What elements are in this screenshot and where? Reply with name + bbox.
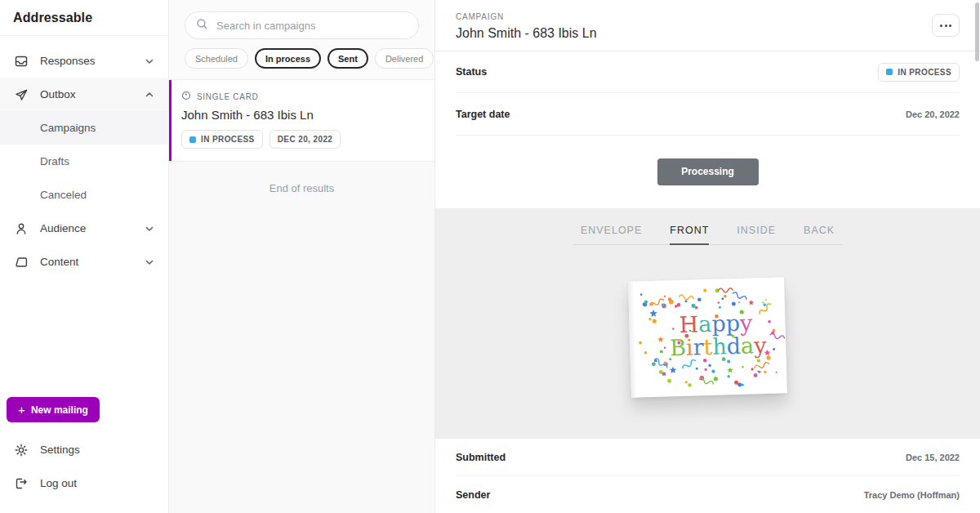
page-title: John Smith - 683 Ibis Ln	[456, 26, 597, 41]
preview-tabs: ENVELOPE FRONT INSIDE BACK	[573, 225, 843, 245]
sidebar-item-label: Outbox	[40, 88, 76, 100]
date-badge: DEC 20, 2022	[270, 130, 341, 149]
status-label: Status	[456, 66, 487, 78]
submitted-label: Submitted	[456, 452, 506, 463]
logout-icon	[14, 476, 29, 491]
svg-text:Birthday: Birthday	[670, 332, 768, 360]
detail-header: CAMPAIGN John Smith - 683 Ibis Ln	[435, 0, 980, 51]
target-date-row: Target date Dec 20, 2022	[435, 93, 980, 134]
detail-eyebrow: CAMPAIGN	[456, 12, 597, 21]
gear-icon	[14, 443, 29, 457]
sidebar-item-label: Responses	[40, 55, 96, 67]
tab-envelope[interactable]: ENVELOPE	[581, 225, 642, 245]
campaign-type-label: SINGLE CARD	[197, 92, 259, 101]
filter-chip-sent[interactable]: Sent	[327, 48, 368, 69]
campaigns-list-panel: Scheduled In process Sent Delivered SING…	[169, 0, 435, 513]
target-date-label: Target date	[456, 109, 510, 120]
scrollbar-thumb[interactable]	[975, 2, 979, 61]
confetti-artwork: Happy Birthday	[628, 277, 787, 397]
search-input[interactable]	[216, 20, 408, 32]
filter-chip-delivered[interactable]: Delivered	[375, 48, 434, 69]
new-mailing-button[interactable]: + New mailing	[7, 397, 100, 422]
sidebar-item-label: Campaigns	[40, 122, 96, 134]
status-badge: IN PROCESS	[878, 63, 960, 82]
tab-front[interactable]: FRONT	[670, 225, 709, 245]
sidebar-item-content[interactable]: Content	[0, 245, 168, 279]
campaign-type: SINGLE CARD	[181, 91, 420, 102]
sidebar-item-outbox[interactable]: Outbox	[0, 78, 168, 111]
settings-button[interactable]: Settings	[0, 433, 168, 466]
sidebar-item-label: Drafts	[40, 155, 69, 167]
more-menu-button[interactable]	[932, 14, 960, 37]
filter-chip-in-process[interactable]: In process	[255, 48, 321, 69]
settings-label: Settings	[40, 444, 80, 456]
plus-icon: +	[18, 404, 25, 416]
submitted-value: Dec 15, 2022	[906, 453, 960, 462]
tab-inside[interactable]: INSIDE	[737, 225, 776, 245]
filter-chip-scheduled[interactable]: Scheduled	[185, 48, 248, 69]
more-dots-icon	[940, 25, 942, 27]
chevron-up-icon	[145, 90, 154, 100]
target-date-value: Dec 20, 2022	[906, 109, 960, 119]
sidebar: Addressable Responses Outbox	[0, 0, 169, 513]
sidebar-item-responses[interactable]: Responses	[0, 44, 168, 78]
selected-accent-bar	[169, 80, 172, 161]
chevron-down-icon	[145, 224, 154, 234]
status-dot-icon	[886, 69, 893, 75]
single-card-icon	[181, 91, 191, 102]
processing-area: Processing	[435, 136, 980, 208]
campaign-title: John Smith - 683 Ibis Ln	[181, 108, 420, 122]
submitted-row: Submitted Dec 15, 2022	[435, 439, 980, 475]
person-icon	[14, 221, 29, 236]
content-icon	[14, 255, 29, 270]
addressable-app: Addressable Responses Outbox	[0, 0, 980, 513]
sidebar-nav: Responses Outbox Campaigns Drafts	[0, 36, 168, 279]
filter-chips: Scheduled In process Sent Delivered	[169, 48, 434, 79]
sidebar-item-label: Canceled	[40, 189, 87, 201]
campaign-detail-panel: CAMPAIGN John Smith - 683 Ibis Ln Status…	[435, 0, 980, 513]
processing-button[interactable]: Processing	[657, 158, 759, 185]
sidebar-item-canceled[interactable]: Canceled	[0, 178, 168, 212]
sidebar-item-label: Content	[40, 256, 78, 268]
logout-label: Log out	[40, 477, 77, 489]
greeting-card-preview: Happy Birthday	[628, 277, 787, 397]
chevron-down-icon	[145, 257, 154, 267]
sender-label: Sender	[456, 489, 490, 501]
status-badge: IN PROCESS	[181, 130, 263, 149]
detail-header-text: CAMPAIGN John Smith - 683 Ibis Ln	[456, 12, 597, 41]
status-row: Status IN PROCESS	[435, 51, 980, 92]
campaign-badges: IN PROCESS DEC 20, 2022	[181, 130, 420, 149]
sidebar-item-label: Audience	[40, 222, 86, 234]
card-preview-section: ENVELOPE FRONT INSIDE BACK Happy Birthda…	[435, 208, 980, 439]
chevron-down-icon	[145, 56, 154, 66]
sidebar-item-campaigns[interactable]: Campaigns	[0, 111, 168, 145]
search-area	[169, 0, 434, 48]
campaign-list-item[interactable]: SINGLE CARD John Smith - 683 Ibis Ln IN …	[169, 79, 434, 162]
sidebar-bottom: + New mailing Settings Log out	[0, 397, 168, 513]
logout-button[interactable]: Log out	[0, 466, 168, 500]
sender-value: Tracy Demo (Hoffman)	[864, 490, 960, 500]
inbox-icon	[14, 54, 29, 69]
sidebar-item-drafts[interactable]: Drafts	[0, 145, 168, 178]
tab-back[interactable]: BACK	[804, 225, 835, 245]
status-dot-icon	[189, 136, 196, 143]
send-icon	[14, 87, 29, 102]
search-box[interactable]	[185, 11, 419, 39]
sidebar-item-audience[interactable]: Audience	[0, 212, 168, 245]
end-of-results-text: End of results	[169, 162, 434, 513]
sender-row: Sender Tracy Demo (Hoffman)	[435, 476, 980, 513]
app-logo: Addressable	[0, 0, 168, 36]
detail-bottom-rows: Submitted Dec 15, 2022 Sender Tracy Demo…	[435, 439, 980, 513]
search-icon	[196, 18, 208, 33]
